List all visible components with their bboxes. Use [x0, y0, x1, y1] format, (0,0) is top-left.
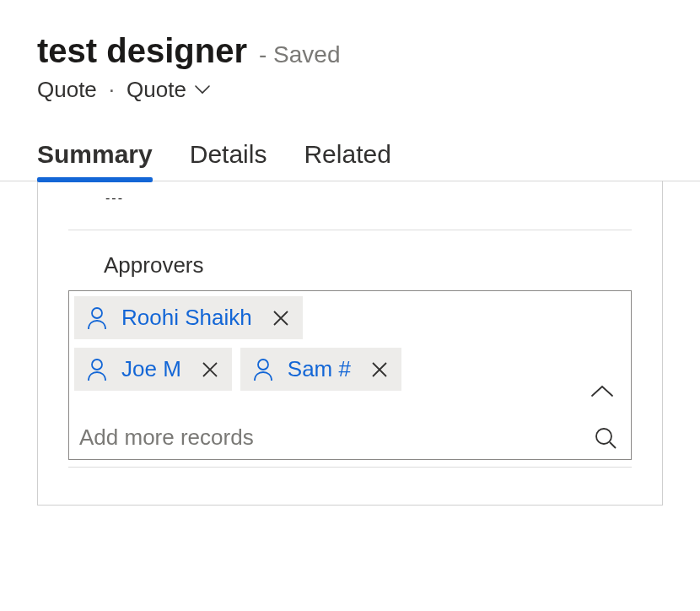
- svg-point-2: [258, 360, 268, 370]
- person-icon: [86, 358, 108, 381]
- form-label: Quote: [127, 77, 186, 103]
- record-tag[interactable]: Joe M: [74, 348, 232, 391]
- chevron-up-icon: [590, 384, 614, 397]
- divider: [68, 467, 632, 468]
- svg-line-4: [610, 442, 616, 448]
- divider: [68, 230, 632, 230]
- lookup-field-approvers[interactable]: Roohi Shaikh Joe M: [68, 290, 632, 460]
- person-icon: [252, 358, 274, 381]
- tag-name: Sam #: [288, 356, 351, 382]
- breadcrumb: Quote · Quote: [37, 77, 663, 103]
- saved-status: - Saved: [259, 41, 341, 68]
- remove-tag-button[interactable]: [200, 360, 220, 380]
- svg-point-1: [92, 360, 102, 370]
- lookup-search-button[interactable]: [594, 426, 617, 450]
- chevron-down-icon: [195, 85, 210, 95]
- tab-related[interactable]: Related: [304, 140, 390, 181]
- tag-name: Roohi Shaikh: [121, 305, 252, 331]
- close-icon: [371, 361, 388, 378]
- placeholder-text: ---: [68, 191, 632, 206]
- lookup-search-input[interactable]: [79, 424, 594, 451]
- remove-tag-button[interactable]: [271, 308, 291, 328]
- close-icon: [202, 361, 218, 378]
- record-tag[interactable]: Sam #: [240, 348, 401, 391]
- record-tag[interactable]: Roohi Shaikh: [74, 296, 303, 339]
- close-icon: [272, 310, 289, 327]
- svg-point-3: [596, 429, 611, 444]
- search-icon: [594, 426, 617, 450]
- form-section: --- Approvers Roohi Shaikh: [37, 181, 663, 506]
- record-title: test designer: [37, 32, 247, 70]
- tab-list: Summary Details Related: [0, 140, 700, 181]
- field-label-approvers: Approvers: [68, 252, 632, 278]
- remove-tag-button[interactable]: [369, 360, 390, 380]
- entity-label: Quote: [37, 77, 97, 103]
- breadcrumb-separator: ·: [109, 77, 115, 103]
- collapse-button[interactable]: [590, 384, 614, 401]
- tab-summary[interactable]: Summary: [37, 140, 153, 181]
- tag-name: Joe M: [121, 356, 181, 382]
- tab-details[interactable]: Details: [190, 140, 267, 181]
- form-selector[interactable]: Quote: [127, 77, 210, 103]
- person-icon: [86, 306, 108, 330]
- svg-point-0: [92, 308, 102, 318]
